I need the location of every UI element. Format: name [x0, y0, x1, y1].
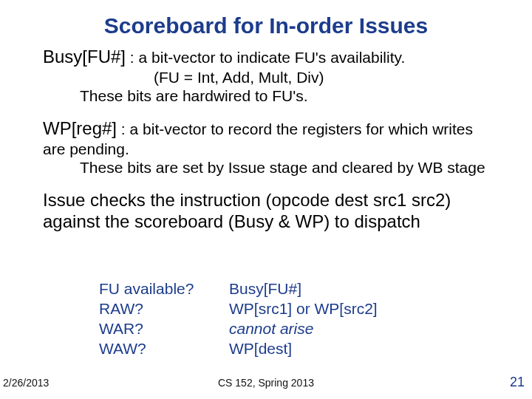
hazard-a: WP[src1] or WP[src2]	[229, 299, 378, 319]
wp-set: These bits are set by Issue stage and cl…	[43, 158, 501, 177]
busy-block: Busy[FU#] : a bit-vector to indicate FU'…	[43, 46, 501, 106]
hazard-q: FU available?	[99, 279, 210, 299]
slide: Scoreboard for In-order Issues Busy[FU#]…	[0, 0, 532, 399]
wp-desc: : a bit-vector to record the registers f…	[117, 120, 473, 137]
hazard-a: WP[dest]	[229, 339, 378, 359]
hazard-a: cannot arise	[229, 319, 378, 339]
busy-desc: : a bit-vector to indicate FU's availabi…	[126, 49, 405, 66]
issue-line1: Issue checks the instruction (opcode des…	[43, 189, 501, 211]
slide-body: Busy[FU#] : a bit-vector to indicate FU'…	[43, 46, 501, 245]
issue-block: Issue checks the instruction (opcode des…	[43, 189, 501, 233]
wp-term: WP[reg#]	[43, 118, 117, 138]
issue-line2: against the scoreboard (Busy & WP) to di…	[43, 211, 501, 232]
hazard-answers: Busy[FU#] WP[src1] or WP[src2] cannot ar…	[229, 279, 378, 359]
slide-title: Scoreboard for In-order Issues	[0, 13, 532, 38]
hazard-a: Busy[FU#]	[229, 279, 378, 299]
hazard-table: FU available? RAW? WAR? WAW? Busy[FU#] W…	[99, 279, 378, 359]
wp-cont: are pending.	[43, 140, 501, 159]
hazard-questions: FU available? RAW? WAR? WAW?	[99, 279, 210, 359]
wp-block: WP[reg#] : a bit-vector to record the re…	[43, 117, 501, 177]
hazard-q: WAW?	[99, 339, 210, 359]
busy-fu-list: (FU = Int, Add, Mult, Div)	[43, 68, 501, 87]
hazard-q: RAW?	[99, 299, 210, 319]
footer-page-number: 21	[510, 375, 525, 390]
busy-hardwired: These bits are hardwired to FU's.	[43, 86, 501, 106]
footer-center: CS 152, Spring 2013	[0, 377, 532, 389]
busy-term: Busy[FU#]	[43, 47, 126, 66]
hazard-q: WAR?	[99, 319, 210, 339]
